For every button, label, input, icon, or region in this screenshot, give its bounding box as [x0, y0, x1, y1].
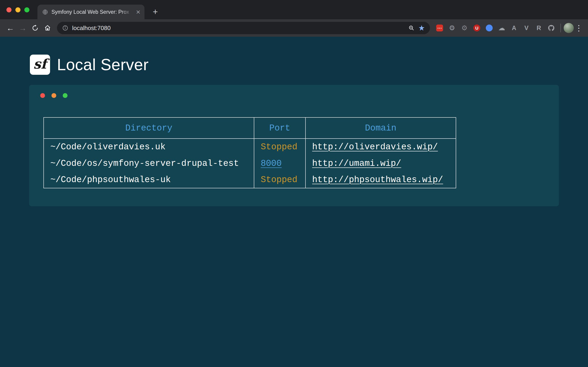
directory-cell: ~/Code/os/symfony-server-drupal-test	[44, 155, 254, 172]
domain-cell: http://umami.wip/	[305, 155, 456, 172]
gear-dark-extension-icon[interactable]: ⚙	[459, 23, 469, 33]
decorative-dot-green	[63, 93, 68, 98]
browser-menu-icon[interactable]: ⋮	[574, 22, 584, 34]
port-link[interactable]: 8000	[261, 158, 282, 168]
domain-link[interactable]: http://phpsouthwales.wip/	[312, 175, 443, 185]
letter-a-icon: A	[512, 25, 516, 31]
github-extension-icon[interactable]	[546, 23, 556, 33]
table-row: ~/Code/phpsouthwales-uk Stopped http://p…	[44, 172, 456, 188]
letter-a-extension-icon[interactable]: A	[509, 23, 519, 33]
browser-titlebar: Symfony Local Web Server: Prox × +	[0, 0, 588, 19]
letter-r-icon: R	[536, 25, 541, 31]
letter-v-icon: V	[524, 25, 528, 31]
port-cell: Stopped	[254, 139, 305, 155]
globe-favicon-icon	[42, 9, 48, 15]
column-header-domain: Domain	[305, 117, 456, 139]
panel-window-dots	[40, 93, 548, 98]
domain-cell: http://oliverdavies.wip/	[305, 139, 456, 155]
cloud-icon: ☁	[498, 25, 505, 31]
domain-cell: http://phpsouthwales.wip/	[305, 172, 456, 188]
domain-link[interactable]: http://umami.wip/	[312, 158, 401, 168]
window-minimize-button[interactable]	[15, 7, 20, 12]
browser-toolbar: ← → localhost:7080	[0, 19, 588, 37]
decorative-dot-red	[40, 93, 45, 98]
symfony-logo: sf	[30, 55, 50, 75]
url-text[interactable]: localhost:7080	[72, 25, 405, 32]
bookmark-star-icon[interactable]: ★	[418, 24, 425, 32]
table-row: ~/Code/os/symfony-server-drupal-test 800…	[44, 155, 456, 172]
window-close-button[interactable]	[6, 7, 11, 12]
gear-icon: ⚙	[461, 25, 468, 31]
back-icon[interactable]: ←	[4, 22, 17, 34]
gear-icon: ⚙	[449, 25, 455, 31]
table-header-row: Directory Port Domain	[44, 117, 456, 139]
window-controls	[6, 7, 29, 12]
column-header-port: Port	[254, 117, 305, 139]
zoom-icon[interactable]	[408, 25, 415, 31]
page-content: sf Local Server Directory Port	[0, 37, 588, 206]
column-header-directory: Directory	[44, 117, 254, 139]
status-badge: Stopped	[261, 142, 297, 152]
profile-avatar[interactable]	[564, 23, 574, 33]
brand-header: sf Local Server	[30, 55, 588, 75]
tab-title: Symfony Local Web Server: Prox	[52, 9, 132, 15]
directory-cell: ~/Code/oliverdavies.uk	[44, 139, 254, 155]
new-tab-button[interactable]: +	[150, 6, 161, 17]
toolbar-separator	[561, 24, 561, 32]
tab-close-icon[interactable]: ×	[136, 8, 141, 16]
port-cell: Stopped	[254, 172, 305, 188]
forward-icon[interactable]: →	[17, 22, 29, 34]
page-title: Local Server	[57, 56, 149, 74]
browser-tab[interactable]: Symfony Local Web Server: Prox ×	[37, 5, 145, 19]
reload-icon[interactable]	[29, 22, 41, 34]
status-badge: Stopped	[261, 175, 297, 185]
letter-r-extension-icon[interactable]: R	[534, 23, 544, 33]
address-bar[interactable]: localhost:7080 ★	[57, 22, 430, 34]
ublock-icon: U	[473, 25, 480, 31]
home-icon-glyph	[44, 24, 51, 32]
server-panel: Directory Port Domain ~/Code/oliverdavie…	[29, 85, 559, 206]
extensions-area: ⋯ ⚙ ⚙ U ☁ A V R	[435, 23, 556, 33]
red-dots-icon: ⋯	[436, 25, 443, 31]
gear-extension-icon[interactable]: ⚙	[447, 23, 457, 33]
reload-icon-glyph	[32, 25, 39, 31]
decorative-dot-orange	[52, 93, 56, 98]
blue-circle-icon	[486, 25, 493, 31]
site-info-icon[interactable]	[62, 25, 69, 31]
browser-window: Symfony Local Web Server: Prox × + ← →	[0, 0, 588, 206]
servers-table: Directory Port Domain ~/Code/oliverdavie…	[43, 117, 456, 188]
home-icon[interactable]	[41, 22, 54, 34]
letter-v-extension-icon[interactable]: V	[521, 23, 531, 33]
domain-link[interactable]: http://oliverdavies.wip/	[312, 142, 438, 152]
port-cell: 8000	[254, 155, 305, 172]
blue-circle-extension-icon[interactable]	[484, 23, 494, 33]
symfony-logo-glyph: sf	[33, 56, 47, 72]
window-zoom-button[interactable]	[24, 7, 29, 12]
password-manager-extension-icon[interactable]: ⋯	[435, 23, 445, 33]
octocat-icon	[548, 24, 555, 32]
table-row: ~/Code/oliverdavies.uk Stopped http://ol…	[44, 139, 456, 155]
directory-cell: ~/Code/phpsouthwales-uk	[44, 172, 254, 188]
cloud-extension-icon[interactable]: ☁	[497, 23, 507, 33]
ublock-extension-icon[interactable]: U	[472, 23, 482, 33]
